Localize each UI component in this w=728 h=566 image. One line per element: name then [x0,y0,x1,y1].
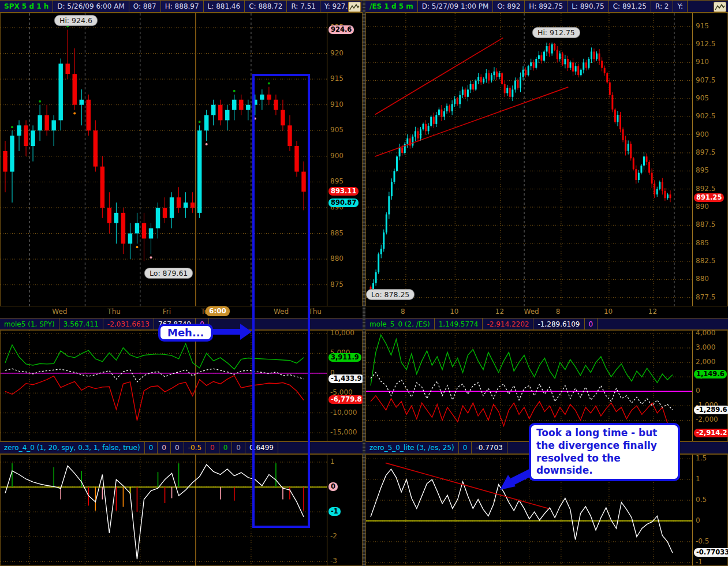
axis-tick-label: 882.5 [696,257,715,265]
es-time-axis[interactable]: 81012Wed81012 [365,306,728,318]
study-value: 1,149.5774 [435,318,483,329]
axis-price-badge: 924.6 [328,25,354,34]
axis-tick-label: 890 [696,203,709,211]
symbol-label: /ES 1 d 5 m [365,1,418,12]
meh-callout[interactable]: Meh... [158,324,213,342]
axis-tick-label: 920 [330,49,344,57]
axis-tick-label: -3 [330,557,337,565]
axis-price-badge: 1,149.6 [694,370,727,378]
time-axis-label: 10 [604,308,613,316]
hi-price-bubble: Hi: 912.75 [532,27,580,38]
close-field: C: 891.25 [609,1,651,12]
study-title[interactable]: mole5 (1, SPY) [0,318,59,329]
time-axis-label: Fri [163,308,171,316]
axis-tick-label: 895 [330,177,344,185]
mini-chart-icon[interactable] [714,2,726,12]
axis-tick-label: 3,000 [696,343,715,351]
low-field: L: 881.46 [204,1,245,12]
study-title[interactable]: mole_5_0 (2, /ES) [365,318,435,329]
study-value: 0 [585,318,598,329]
axis-tick-label: 912.5 [696,40,715,48]
axis-tick-label: 4,000 [696,329,715,337]
study-value: 0 [232,442,245,453]
axis-tick-label: 905 [330,126,344,134]
axis-tick-label: 0.5 [696,496,707,504]
range-field: R: 2 [651,1,673,12]
time-axis-label: 12 [648,308,657,316]
time-axis-label: Wed [52,308,67,316]
price-axis[interactable]: 10-1-2-30-1 [327,455,363,565]
hi-price-bubble: Hi: 924.6 [54,15,98,26]
range-field: R: 7.51 [287,1,320,12]
study-title[interactable]: zero_4_0 (1, 20, spy, 0.3, 1, false, tru… [0,442,145,453]
axis-tick-label: 0 [696,387,700,395]
price-axis[interactable]: 1.510.50-0.5-1-0.77033 [692,455,728,565]
axis-tick-label: -15,000 [330,428,357,436]
time-axis-label: 10 [450,308,458,316]
blue-rectangle-annotation[interactable] [252,74,310,528]
axis-tick-label: 1 [696,475,700,483]
axis-price-badge: -1 [328,507,341,516]
low-field: L: 890.75 [568,1,609,12]
axis-tick-label: -2,000 [696,415,718,423]
study-value: 0 [158,442,171,453]
axis-tick-label: 885 [330,229,344,237]
axis-price-badge: 891.25 [694,193,724,202]
study-value: -0.7703 [472,442,507,453]
trading-platform-window: SPX 5 d 1 h D: 5/26/09 6:00 AM O: 887 H:… [0,0,728,566]
axis-tick-label: 910 [330,100,344,108]
axis-tick-label: 887.5 [696,220,715,228]
study-value: 0 [459,442,472,453]
axis-tick-label: 2,000 [696,358,715,366]
axis-tick-label: -2 [330,532,337,540]
study-title[interactable]: zero_5_0_lite (3, /es, 25) [365,442,459,453]
close-field: C: 888.72 [245,1,287,12]
study-value: -2,031.6613 [103,318,154,329]
axis-tick-label: 877.5 [696,293,715,301]
price-axis[interactable]: 925920915910905900895890885880875924.689… [327,13,363,306]
divergence-callout[interactable]: Took a long time - but the divergence fi… [529,423,680,481]
es-price-chart[interactable]: 915912.5910907.5905902.5900897.5895892.5… [365,13,728,306]
study-value: 0 [171,442,184,453]
axis-tick-label: 10,000 [330,329,354,337]
high-field: H: 888.97 [161,1,204,12]
axis-tick-label: 875 [330,280,344,288]
time-axis-label: 12 [495,308,504,316]
high-field: H: 892.75 [525,1,568,12]
study-value: 0 [145,442,158,453]
es-chart-header: /ES 1 d 5 m D: 5/27/09 1:00 PM O: 892 H:… [365,0,728,13]
year-field: Y: [673,1,688,12]
date-field: D: 5/27/09 1:00 PM [418,1,494,12]
open-field: O: 892 [493,1,525,12]
study-value: -2,914.2202 [483,318,533,329]
meh-arrowhead-icon [240,324,252,340]
axis-price-badge: -0.77033 [694,548,728,557]
time-axis-label: 8 [401,308,405,316]
time-axis-label: 8 [556,308,561,316]
axis-price-badge: -1,433.9 [328,374,364,383]
axis-tick-label: 902.5 [696,112,715,120]
study-value: -0.5 [184,442,206,453]
axis-price-badge: -6,779.8 [328,395,364,404]
axis-tick-label: 915 [330,74,344,83]
study-value: 0 [219,442,233,453]
axis-tick-label: 0 [696,516,700,524]
spx-chart-header: SPX 5 d 1 h D: 5/26/09 6:00 AM O: 887 H:… [0,0,363,13]
axis-price-badge: -2,914.2 [694,429,728,437]
axis-tick-label: 907.5 [696,76,715,84]
axis-tick-label: -0.5 [696,537,709,545]
mini-chart-icon[interactable] [348,2,361,12]
axis-price-badge: -1,289.6 [694,406,728,414]
lo-price-bubble: Lo: 879.61 [144,268,193,279]
price-axis[interactable]: 915912.5910907.5905902.5900897.5895892.5… [692,13,728,306]
mole50-study-header: mole_5_0 (2, /ES)1,149.5774-2,914.2202-1… [365,318,728,330]
axis-tick-label: 880 [696,275,709,283]
axis-price-badge: 893.11 [328,187,359,196]
price-axis[interactable]: 10,0005,0000-5,000-10,000-15,0003,911.9-… [327,331,363,441]
symbol-label: SPX 5 d 1 h [0,1,53,12]
session-time-badge: 6:00 [206,306,230,316]
axis-tick-label: 1 [330,458,335,466]
axis-tick-label: 900 [330,152,344,160]
price-axis[interactable]: 4,0003,0002,0001,0000-1,000-2,0001,149.6… [692,331,728,441]
axis-tick-label: 897.5 [696,148,715,156]
